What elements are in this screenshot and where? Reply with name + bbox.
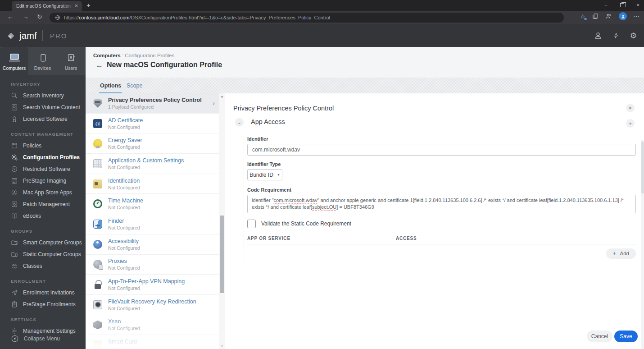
collapse-menu-button[interactable]: Collapse Menu [11,335,60,343]
sidebar-item-static-computer-groups[interactable]: Static Computer Groups [0,248,86,260]
identifier-input[interactable] [247,144,636,156]
sidebar-section-inventory: INVENTORY [0,75,86,90]
sidebar-item-patch-management[interactable]: Patch Management [0,198,86,210]
validate-checkbox[interactable] [247,220,256,228]
tab-options[interactable]: Options [100,78,121,93]
scroll-down-arrow-icon[interactable]: ▼ [219,344,225,348]
search-icon [11,92,18,99]
award-ribbon-icon [11,115,18,123]
open-book-icon [11,212,18,220]
breadcrumb-computers[interactable]: Computers [93,53,121,58]
payload-item-identification[interactable]: IdentificationNot Configured [86,174,225,194]
sidebar-item-enrollment-invitations[interactable]: Enrollment Invitations [0,287,86,298]
payload-item-accessibility[interactable]: AccessibilityNot Configured [86,234,225,255]
payload-item-privacy-preferences-policy-control[interactable]: Privacy Preferences Policy Control1 Payl… [86,93,225,114]
select-caret-icon: ▼ [277,173,280,176]
nav-tab-users[interactable]: Users [57,47,85,75]
xsan-cube-icon [93,320,102,329]
scrollbar-thumb[interactable] [220,216,224,293]
payload-item-smart-card[interactable]: Smart CardNot Configured [86,335,225,349]
payload-item-proxies[interactable]: ProxiesNot Configured [86,255,225,275]
cancel-button[interactable]: Cancel [587,331,612,342]
sidebar-item-ebooks[interactable]: eBooks [0,210,86,222]
add-row-button[interactable]: +Add [606,248,636,259]
scroll-up-arrow-icon[interactable]: ▲ [219,95,225,98]
profile-avatar[interactable] [619,12,627,20]
page-title: New macOS Configuration Profile [107,61,222,69]
close-payload-button[interactable]: ✕ [626,104,635,112]
payload-item-app-to-per-app-vpn-mapping[interactable]: App-To-Per-App VPN MappingNot Configured [86,275,225,295]
privacy-shield-icon [93,99,102,108]
main-area: Computers : Configuration Profiles ← New… [86,47,644,349]
payload-item-application-custom-settings[interactable]: Application & Custom SettingsNot Configu… [86,154,225,174]
sidebar-item-prestage-enrollments[interactable]: PreStage Enrollments [0,298,86,310]
browser-tab[interactable]: Edit macOS Configuration Profile × [12,1,82,11]
payload-item-energy-saver[interactable]: Energy SaverNot Configured [86,133,225,154]
sidebar-item-policies[interactable]: Policies [0,140,86,152]
policies-icon [11,142,18,149]
browser-menu-icon[interactable]: ⋯ [634,13,639,20]
tab-scope[interactable]: Scope [127,78,142,93]
gear-icon [11,154,18,161]
chevron-down-icon[interactable]: ⌄ [235,118,244,127]
tab-close-icon[interactable]: × [75,3,78,9]
breadcrumb-configuration-profiles[interactable]: Configuration Profiles [125,53,174,58]
sidebar-item-mac-app-store-apps[interactable]: Mac App Store Apps [0,187,86,198]
lightning-icon[interactable] [613,32,619,40]
window-restore-button[interactable] [620,3,624,7]
code-requirement-label: Code Requirement [247,187,636,193]
sidebar-item-configuration-profiles[interactable]: Configuration Profiles [0,152,86,163]
payload-item-filevault-recovery-key-redirection[interactable]: FileVault Recovery Key RedirectionNot Co… [86,295,225,315]
collections-icon[interactable] [592,13,599,19]
restricted-shield-icon [11,165,18,173]
save-button[interactable]: Save [614,331,638,342]
sidebar-item-restricted-software[interactable]: Restricted Software [0,163,86,175]
volume-search-icon [11,104,18,111]
browser-refresh-button[interactable]: ↻ [37,13,42,20]
sidebar-section-content-management: CONTENT MANAGEMENT [0,125,86,140]
sidebar-item-search-inventory[interactable]: Search Inventory [0,90,86,101]
nav-tab-computers[interactable]: Computers [0,47,28,75]
sidebar-item-licensed-software[interactable]: Licensed Software [0,113,86,125]
sidebar-item-classes[interactable]: Classes [0,260,86,272]
sidebar-item-prestage-imaging[interactable]: PreStage Imaging [0,175,86,187]
share-person-icon[interactable] [605,13,612,19]
misspelled-word: subject.OU [312,204,336,210]
users-badge-icon [66,53,77,63]
favorites-star-icon[interactable]: ☆ [580,13,585,20]
devices-tablet-icon [37,53,48,63]
main-scrollbar-thumb[interactable] [641,142,644,193]
browser-back-button[interactable]: ← [7,13,14,20]
payload-list-scrollbar[interactable]: ▲ ▼ [219,93,225,349]
window-minimize-button[interactable]: − [604,2,607,8]
jamf-logo[interactable]: jamf PRO [6,30,68,41]
identifier-label: Identifier [247,136,636,142]
payload-item-xsan[interactable]: XsanNot Configured [86,315,225,335]
browser-forward-button[interactable]: → [23,13,29,20]
payload-item-ad-certificate[interactable]: AD CertificateNot Configured [86,114,225,134]
code-requirement-textarea[interactable]: identifier "com.microsoft.wdav" and anch… [247,195,636,213]
custom-settings-icon [93,159,102,168]
back-arrow-button[interactable]: ← [95,61,103,70]
add-app-access-button[interactable]: + [626,119,635,128]
new-tab-button[interactable]: + [86,1,91,9]
app-access-section-title: App Access [251,118,285,125]
sidebar-section-groups: GROUPS [0,222,86,237]
nav-tab-devices[interactable]: Devices [28,47,57,75]
clipboard-icon [11,301,18,308]
payload-item-finder[interactable]: FinderNot Configured [86,214,225,234]
window-close-button[interactable]: × [637,2,639,8]
payload-list: Privacy Preferences Policy Control1 Payl… [86,93,225,349]
sidebar-section-settings: SETTINGS [0,310,86,325]
sidebar-item-smart-computer-groups[interactable]: Smart Computer Groups [0,237,86,248]
sidebar-item-search-volume-content[interactable]: Search Volume Content [0,101,86,113]
account-icon[interactable] [594,32,602,40]
identifier-type-select[interactable]: Bundle ID ▼ [247,169,282,180]
address-bar[interactable]: https://contoso.jamfcloud.com/OSXConfigu… [50,13,564,23]
payload-item-time-machine[interactable]: Time MachineNot Configured [86,194,225,214]
identification-card-icon [93,179,102,188]
browser-tab-strip: Edit macOS Configuration Profile × + − × [0,0,644,11]
settings-gear-icon[interactable]: ⚙ [630,31,637,41]
main-scrollbar[interactable] [641,140,644,349]
filevault-icon [93,300,102,309]
